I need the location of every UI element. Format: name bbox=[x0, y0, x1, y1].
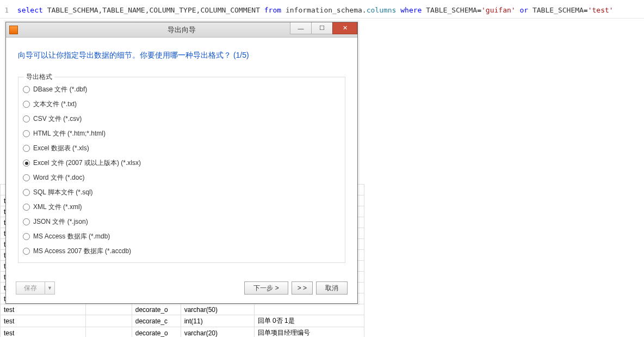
sql-columns: TABLE_SCHEMA,TABLE_NAME,COLUMN_TYPE,COLU… bbox=[47, 6, 260, 14]
window-controls: — ☐ ✕ bbox=[290, 22, 357, 34]
format-option[interactable]: CSV 文件 (*.csv) bbox=[23, 114, 340, 124]
format-option[interactable]: 文本文件 (*.txt) bbox=[23, 100, 340, 109]
radio-icon[interactable] bbox=[23, 174, 30, 181]
minimize-button[interactable]: — bbox=[290, 22, 312, 34]
radio-icon[interactable] bbox=[23, 233, 30, 240]
table-cell[interactable]: test bbox=[1, 327, 86, 338]
format-option[interactable]: MS Access 数据库 (*.mdb) bbox=[23, 232, 340, 241]
table-cell[interactable]: int(11) bbox=[181, 315, 254, 327]
table-cell[interactable]: varchar(20) bbox=[181, 327, 254, 338]
save-dropdown-icon[interactable]: ▼ bbox=[45, 281, 55, 295]
table-cell[interactable]: test bbox=[1, 315, 86, 327]
radio-icon[interactable] bbox=[23, 130, 30, 137]
format-option[interactable]: HTML 文件 (*.htm;*.html) bbox=[23, 129, 340, 138]
window-title: 导出向导 bbox=[168, 25, 196, 35]
cancel-button[interactable]: 取消 bbox=[316, 281, 348, 295]
radio-icon[interactable] bbox=[23, 204, 30, 211]
sql-table: columns bbox=[367, 6, 397, 14]
export-format-group: 导出格式 DBase 文件 (*.dbf)文本文件 (*.txt)CSV 文件 … bbox=[18, 77, 345, 263]
format-option[interactable]: Excel 文件 (2007 或以上版本) (*.xlsx) bbox=[23, 158, 340, 168]
format-option-label: MS Access 数据库 (*.mdb) bbox=[33, 232, 110, 241]
table-cell[interactable] bbox=[86, 304, 132, 315]
sql-keyword-from: from bbox=[264, 6, 281, 14]
sql-schema: information_schema bbox=[286, 6, 362, 14]
save-button[interactable]: 保存 bbox=[16, 281, 45, 295]
table-row[interactable]: testdecorate_cint(11)回单 0否 1是 bbox=[1, 315, 364, 327]
table-row[interactable]: testdecorate_ovarchar(50) bbox=[1, 304, 364, 315]
next-button[interactable]: 下一步 > bbox=[244, 281, 288, 295]
dialog-footer: 保存 ▼ 下一步 > > > 取消 bbox=[16, 281, 348, 295]
sql-keyword-or: or bbox=[519, 6, 528, 14]
line-number: 1 bbox=[0, 6, 9, 14]
table-cell[interactable] bbox=[86, 327, 132, 338]
sql-keyword-where: where bbox=[400, 6, 422, 14]
format-option-label: 文本文件 (*.txt) bbox=[33, 100, 77, 109]
format-option[interactable]: SQL 脚本文件 (*.sql) bbox=[23, 188, 340, 197]
format-option-label: MS Access 2007 数据库 (*.accdb) bbox=[33, 247, 131, 256]
format-option-label: CSV 文件 (*.csv) bbox=[33, 114, 82, 124]
format-option-label: JSON 文件 (*.json) bbox=[33, 217, 88, 226]
table-cell[interactable] bbox=[254, 304, 364, 315]
table-cell[interactable]: 回单 0否 1是 bbox=[254, 315, 364, 327]
close-button[interactable]: ✕ bbox=[332, 22, 357, 34]
format-option-label: HTML 文件 (*.htm;*.html) bbox=[33, 129, 106, 138]
table-cell[interactable]: varchar(50) bbox=[181, 304, 254, 315]
format-option-label: SQL 脚本文件 (*.sql) bbox=[33, 188, 93, 197]
format-option[interactable]: JSON 文件 (*.json) bbox=[23, 217, 340, 226]
app-icon bbox=[9, 26, 18, 34]
format-option-label: XML 文件 (*.xml) bbox=[33, 203, 82, 212]
maximize-button[interactable]: ☐ bbox=[311, 22, 333, 34]
table-cell[interactable]: decorate_o bbox=[132, 304, 181, 315]
table-cell[interactable]: decorate_o bbox=[132, 327, 181, 338]
format-option[interactable]: XML 文件 (*.xml) bbox=[23, 203, 340, 212]
sql-editor[interactable]: 1 select TABLE_SCHEMA,TABLE_NAME,COLUMN_… bbox=[0, 0, 644, 19]
radio-icon[interactable] bbox=[23, 248, 30, 255]
format-option-label: Excel 数据表 (*.xls) bbox=[33, 144, 89, 153]
format-option[interactable]: Excel 数据表 (*.xls) bbox=[23, 144, 340, 153]
table-row[interactable]: testdecorate_ovarchar(20)回单项目经理编号 bbox=[1, 327, 364, 338]
sql-keyword-select: select bbox=[17, 6, 43, 14]
group-legend: 导出格式 bbox=[24, 72, 54, 82]
fast-forward-button[interactable]: > > bbox=[292, 281, 313, 295]
save-split-button[interactable]: 保存 ▼ bbox=[16, 281, 55, 295]
format-option-label: DBase 文件 (*.dbf) bbox=[33, 85, 87, 94]
radio-icon[interactable] bbox=[23, 86, 30, 93]
radio-icon[interactable] bbox=[23, 101, 30, 108]
format-option[interactable]: Word 文件 (*.doc) bbox=[23, 173, 340, 182]
table-cell[interactable]: 回单项目经理编号 bbox=[254, 327, 364, 338]
table-cell[interactable]: decorate_c bbox=[132, 315, 181, 327]
radio-icon[interactable] bbox=[23, 189, 30, 196]
radio-icon[interactable] bbox=[23, 145, 30, 152]
export-wizard-dialog: 导出向导 — ☐ ✕ 向导可以让你指定导出数据的细节。你要使用哪一种导出格式？ … bbox=[5, 22, 358, 304]
format-radio-list: DBase 文件 (*.dbf)文本文件 (*.txt)CSV 文件 (*.cs… bbox=[23, 85, 340, 256]
format-option-label: Word 文件 (*.doc) bbox=[33, 173, 84, 182]
format-option-label: Excel 文件 (2007 或以上版本) (*.xlsx) bbox=[33, 158, 141, 168]
wizard-heading: 向导可以让你指定导出数据的细节。你要使用哪一种导出格式？ (1/5) bbox=[6, 38, 357, 65]
format-option[interactable]: MS Access 2007 数据库 (*.accdb) bbox=[23, 247, 340, 256]
format-option[interactable]: DBase 文件 (*.dbf) bbox=[23, 85, 340, 94]
radio-icon[interactable] bbox=[23, 115, 30, 122]
table-cell[interactable]: test bbox=[1, 304, 86, 315]
titlebar[interactable]: 导出向导 — ☐ ✕ bbox=[6, 22, 357, 38]
table-cell[interactable] bbox=[86, 315, 132, 327]
radio-icon[interactable] bbox=[23, 160, 30, 167]
radio-icon[interactable] bbox=[23, 218, 30, 225]
